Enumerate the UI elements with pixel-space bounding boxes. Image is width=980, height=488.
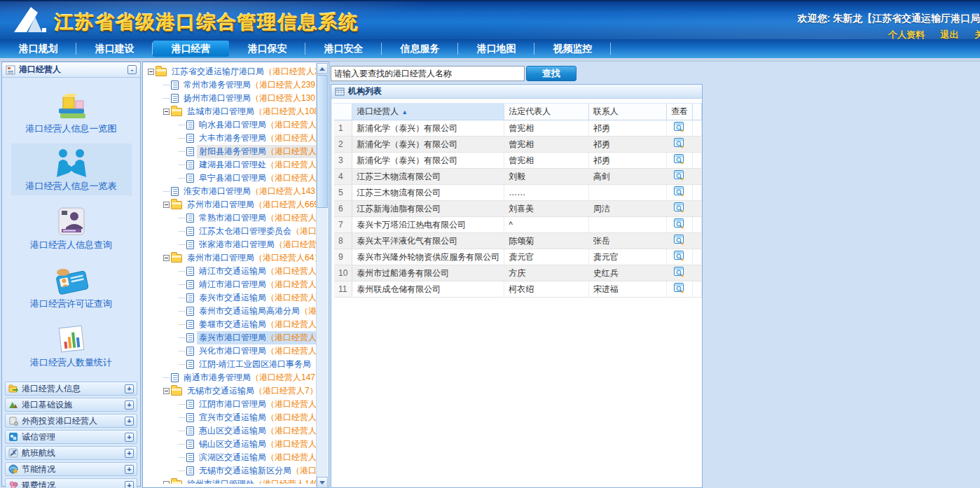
tab-5[interactable]: 港口安全 bbox=[305, 39, 382, 58]
tree-node[interactable]: 靖江市交通运输局（港口经营人0） bbox=[144, 265, 316, 278]
tree-node[interactable]: 射阳县港务管理局（港口经营人0） bbox=[144, 145, 316, 158]
collapse-expander-icon[interactable] bbox=[163, 109, 170, 115]
search-button[interactable]: 查找 bbox=[526, 66, 577, 81]
tab-6[interactable]: 信息服务 bbox=[382, 39, 458, 58]
sidebar-item-info-query[interactable]: 港口经营人信息查询 bbox=[11, 202, 132, 254]
tree-node[interactable]: 泰州市交通运输局高港分局（港口经 bbox=[144, 305, 316, 318]
tree-node[interactable]: 锡山区交通运输局（港口经营人1） bbox=[144, 438, 316, 451]
tree-node[interactable]: 无锡市交通运输局（港口经营人7） bbox=[144, 384, 316, 398]
scroll-down-button[interactable] bbox=[317, 477, 328, 488]
collapse-expander-icon[interactable] bbox=[148, 69, 154, 75]
table-row[interactable]: 3新浦化学（泰兴）有限公司曾宪相祁勇 bbox=[334, 153, 702, 169]
sidebar-section-infrastructure[interactable]: 港口基础设施 + bbox=[5, 398, 137, 412]
expand-button[interactable]: + bbox=[125, 465, 134, 474]
tree-node[interactable]: 江苏太仓港口管理委员会（港口经营 bbox=[144, 225, 316, 238]
tree-node[interactable]: 江苏省交通运输厅港口局（港口经营人200 bbox=[144, 65, 316, 78]
tree-node[interactable]: 扬州市港口管理局（港口经营人130） bbox=[144, 92, 316, 105]
view-button[interactable] bbox=[666, 233, 692, 249]
table-row[interactable]: 1新浦化学（泰兴）有限公司曾宪相祁勇 bbox=[334, 120, 702, 137]
tree-node[interactable]: 江阴-靖江工业园区港口事务局（港口 bbox=[144, 358, 316, 371]
tree-scrollbar[interactable] bbox=[316, 63, 328, 488]
tree-node[interactable]: 苏州市港口管理局（港口经营人669） bbox=[144, 198, 316, 211]
collapse-expander-icon[interactable] bbox=[163, 255, 170, 261]
view-button[interactable] bbox=[666, 281, 692, 298]
tree-node[interactable]: 泰州市港口管理局（港口经营人64） bbox=[144, 251, 316, 265]
tree-node[interactable]: 惠山区交通运输局（港口经营人0） bbox=[144, 424, 316, 438]
tab-8[interactable]: 视频监控 bbox=[534, 39, 611, 58]
col-contact[interactable]: 联系人 bbox=[588, 104, 666, 120]
view-button[interactable] bbox=[666, 217, 692, 233]
table-row[interactable]: 5江苏三木物流有限公司…… bbox=[334, 185, 702, 201]
view-button[interactable] bbox=[666, 169, 692, 185]
table-row[interactable]: 2新浦化学（泰兴）有限公司曾宪相祁勇 bbox=[334, 137, 702, 153]
tab-4[interactable]: 港口保安 bbox=[229, 39, 305, 58]
tree-node[interactable]: 常州市港务管理局（港口经营人239） bbox=[144, 78, 316, 92]
view-button[interactable] bbox=[666, 153, 692, 169]
sidebar-item-license-query[interactable]: 港口经营许可证查询 bbox=[11, 261, 132, 313]
view-button[interactable] bbox=[666, 137, 692, 153]
view-button[interactable] bbox=[666, 265, 692, 281]
table-row[interactable]: 9泰兴市兴隆外轮物资供应服务有限公司龚元官龚元官 bbox=[334, 249, 702, 265]
col-operator[interactable]: 港口经营人▲ bbox=[352, 104, 504, 120]
tab-1[interactable]: 港口规划 bbox=[0, 39, 76, 58]
collapse-expander-icon[interactable] bbox=[163, 202, 170, 208]
expand-button[interactable]: + bbox=[125, 433, 134, 442]
tree-node[interactable]: 张家港市港口管理局（港口经营人10 bbox=[144, 238, 316, 251]
tree-node[interactable]: 兴化市港口管理局（港口经营人1） bbox=[144, 344, 316, 358]
scroll-thumb[interactable] bbox=[317, 75, 328, 208]
expand-button[interactable]: + bbox=[125, 417, 134, 426]
sidebar-section-operator-info[interactable]: 港口经营人信息 + bbox=[5, 382, 137, 396]
sidebar-section-energy[interactable]: 节能情况 + bbox=[5, 462, 137, 476]
tree-node[interactable]: 滨湖区交通运输局（港口经营人1） bbox=[144, 451, 316, 464]
tree-node[interactable]: 江阴市港口管理局（港口经营人2） bbox=[144, 398, 316, 411]
tree-node[interactable]: 盐城市港口管理局（港口经营人108） bbox=[144, 105, 316, 118]
table-row[interactable]: 7泰兴卡万塔沿江热电有限公司^ bbox=[334, 217, 702, 233]
view-button[interactable] bbox=[666, 201, 692, 217]
expand-button[interactable]: + bbox=[125, 449, 134, 458]
scroll-up-button[interactable] bbox=[317, 63, 328, 74]
table-row[interactable]: 10泰州市过船港务有限公司方庆史红兵 bbox=[334, 265, 702, 281]
sidebar-section-integrity[interactable]: 诚信管理 + bbox=[5, 430, 137, 444]
view-button[interactable] bbox=[666, 185, 692, 201]
tree-node[interactable]: 南通市港务管理局（港口经营人147） bbox=[144, 371, 316, 384]
tree-node[interactable]: 响水县港口管理局（港口经营人0） bbox=[144, 118, 316, 132]
sidebar-section-flight-routes[interactable]: 航班航线 + bbox=[5, 446, 137, 460]
expand-button[interactable]: + bbox=[125, 481, 134, 488]
tree-node[interactable]: 泰兴市交通运输局（港口经营人0） bbox=[144, 291, 316, 305]
table-row[interactable]: 11泰州联成仓储有限公司柯衣绍宋进福 bbox=[334, 281, 702, 298]
collapse-button[interactable]: - bbox=[127, 65, 137, 74]
collapse-expander-icon[interactable] bbox=[163, 481, 170, 484]
tree-node[interactable]: 建湖县港口管理处（港口经营人0） bbox=[144, 158, 316, 172]
logout-link[interactable]: 退出 bbox=[941, 29, 959, 39]
view-button[interactable] bbox=[666, 249, 692, 265]
tree-node[interactable]: 大丰市港务管理局（港口经营人0） bbox=[144, 132, 316, 145]
tab-7[interactable]: 港口地图 bbox=[458, 39, 534, 58]
search-input[interactable] bbox=[331, 66, 525, 81]
table-row[interactable]: 4江苏三木物流有限公司刘毅高剑 bbox=[334, 169, 702, 185]
sidebar-section-foreign-investors[interactable]: 外商投资港口经营人 + bbox=[5, 414, 137, 428]
tree-node[interactable]: 泰兴市港口管理局（港口经营人11） bbox=[144, 331, 316, 344]
tab-3[interactable]: 港口经营 bbox=[153, 41, 229, 57]
tree-node[interactable]: 徐州市港口管理处（港口经营人140） bbox=[144, 477, 316, 484]
table-row[interactable]: 8泰兴太平洋液化气有限公司陈颂菊张岳 bbox=[334, 233, 702, 249]
sidebar-item-overview-table[interactable]: 港口经营人信息一览表 bbox=[11, 144, 132, 195]
expand-button[interactable]: + bbox=[125, 400, 134, 410]
tree-node[interactable]: 淮安市港口管理局（港口经营人143） bbox=[144, 185, 316, 198]
tree-node[interactable]: 姜堰市交通运输局（港口经营人0） bbox=[144, 318, 316, 331]
collapse-expander-icon[interactable] bbox=[163, 388, 170, 394]
expand-button[interactable]: + bbox=[125, 384, 134, 393]
col-legal-rep[interactable]: 法定代表人 bbox=[504, 104, 588, 120]
tree-node[interactable]: 阜宁县港口管理局（港口经营人0） bbox=[144, 172, 316, 185]
close-link[interactable]: 关闭 bbox=[974, 29, 980, 39]
sidebar-item-overview-map[interactable]: 港口经营人信息一览图 bbox=[11, 86, 132, 138]
view-button[interactable] bbox=[666, 120, 692, 137]
tree-node[interactable]: 常熟市港口管理局（港口经营人127 bbox=[144, 211, 316, 225]
table-row[interactable]: 6江苏新海油脂有限公司刘喜美周洁 bbox=[334, 201, 702, 217]
tree-node[interactable]: 靖江市港口管理局（港口经营人26） bbox=[144, 278, 316, 291]
tab-2[interactable]: 港口建设 bbox=[76, 39, 153, 58]
sidebar-item-count-stats[interactable]: 港口经营人数量统计 bbox=[11, 320, 132, 372]
tree-node[interactable]: 无锡市交通运输新区分局（港口经营 bbox=[144, 464, 316, 477]
sidebar-section-fees[interactable]: 规费情况 + bbox=[5, 478, 137, 488]
tree-node[interactable]: 宜兴市交通运输局（港口经营人2） bbox=[144, 411, 316, 424]
profile-link[interactable]: 个人资料 bbox=[888, 29, 925, 39]
